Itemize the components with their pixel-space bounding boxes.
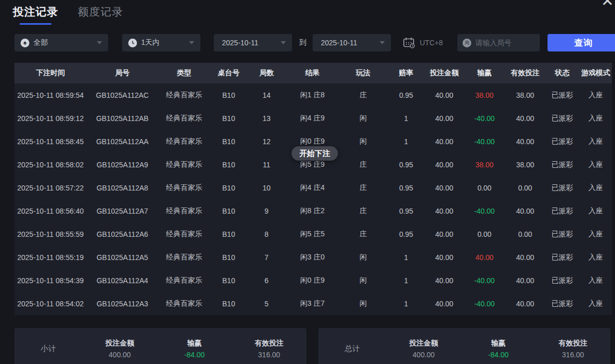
status: 已派彩 [545, 206, 579, 216]
table-row[interactable]: 2025-10-11 08:55:59GB1025A112A6经典百家乐B108… [14, 222, 612, 246]
column-header: 结果 [286, 68, 339, 78]
active-tab-underline [20, 23, 52, 25]
play-type: 闲 [339, 253, 387, 262]
game-type: 经典百家乐 [158, 276, 210, 285]
table-row[interactable]: 2025-10-11 08:55:19GB1025A112A5经典百家乐B107… [14, 246, 612, 269]
table-row[interactable]: 2025-10-11 08:56:40GB1025A112A7经典百家乐B109… [14, 199, 612, 222]
table-header: 下注时间局号类型桌台号局数结果玩法赔率投注金额输赢有效投注状态游戏模式 [14, 63, 612, 83]
bet-amount: 40.00 [425, 230, 464, 238]
status: 已派彩 [545, 230, 579, 239]
timezone-value: UTC+8 [420, 39, 443, 47]
table-row[interactable]: 2025-10-11 08:59:54GB1025A112AC经典百家乐B101… [14, 83, 612, 107]
bet-records-table: 下注时间局号类型桌台号局数结果玩法赔率投注金额输赢有效投注状态游戏模式 2025… [14, 63, 612, 315]
odds: 0.95 [387, 207, 425, 215]
valid-bet: 40.00 [505, 276, 545, 285]
round-id: GB1025A112A4 [87, 276, 158, 285]
game-type: 经典百家乐 [158, 160, 210, 169]
column-header: 投注金额 [425, 68, 464, 78]
valid-bet: 38.00 [505, 161, 545, 169]
status: 已派彩 [545, 91, 579, 100]
round-id: GB1025A112A6 [87, 230, 158, 238]
result: 闲5 庄9 [286, 160, 339, 169]
table-row[interactable]: 2025-10-11 08:59:12GB1025A112AB经典百家乐B101… [14, 107, 612, 130]
game-mode: 入座 [579, 230, 612, 239]
table-id: B10 [210, 300, 247, 308]
valid-bet: 0.00 [505, 184, 545, 192]
table-row[interactable]: 2025-10-11 08:57:22GB1025A112A8经典百家乐B101… [14, 176, 612, 199]
play-type: 庄 [339, 206, 387, 216]
search-box[interactable]: 局 [457, 34, 540, 51]
status: 已派彩 [545, 160, 579, 169]
query-button[interactable]: 查询 [548, 34, 615, 51]
round-count: 12 [247, 137, 286, 146]
game-type-select[interactable]: ♠ 全部 [14, 34, 108, 51]
round-id: GB1025A112A3 [87, 300, 158, 308]
column-header: 下注时间 [14, 68, 87, 78]
win-loss: -40.00 [464, 137, 505, 146]
bet-time: 2025-10-11 08:54:02 [14, 300, 87, 308]
round-id: GB1025A112A8 [87, 184, 158, 192]
bet-amount: 40.00 [425, 207, 464, 215]
odds: 1 [387, 253, 425, 262]
play-type: 闲 [339, 114, 387, 123]
game-mode: 入座 [579, 276, 612, 285]
odds: 0.95 [387, 91, 425, 99]
table-row[interactable]: 2025-10-11 08:54:39GB1025A112A4经典百家乐B106… [14, 269, 612, 292]
table-id: B10 [210, 161, 247, 169]
odds: 0.95 [387, 161, 425, 169]
column-header: 类型 [158, 68, 210, 78]
win-loss: -40.00 [464, 114, 505, 123]
total-bet-amount: 投注金额 400.00 [386, 339, 461, 359]
date-from-select[interactable]: 2025-10-11 [214, 34, 292, 51]
status: 已派彩 [545, 114, 579, 123]
date-to-select[interactable]: 2025-10-11 [313, 34, 391, 51]
game-type: 经典百家乐 [158, 183, 210, 193]
search-input[interactable] [475, 39, 535, 47]
date-to-value: 2025-10-11 [319, 39, 375, 47]
table-id: B10 [210, 276, 247, 285]
column-header: 桌台号 [210, 68, 247, 78]
table-id: B10 [210, 91, 247, 99]
game-mode: 入座 [579, 206, 612, 216]
play-type: 庄 [339, 91, 387, 100]
game-type: 经典百家乐 [158, 299, 210, 308]
play-type: 闲 [339, 137, 387, 146]
tab-bet-records[interactable]: 投注记录 [13, 5, 58, 25]
start-betting-toast: 开始下注 [292, 146, 338, 161]
bet-amount: 40.00 [425, 276, 464, 285]
valid-bet: 40.00 [505, 137, 545, 146]
total-panel: 总计 投注金额 400.00 输赢 -84.00 有效投注 316.00 [318, 328, 610, 364]
bet-time: 2025-10-11 08:57:22 [14, 184, 87, 192]
odds: 0.95 [387, 184, 425, 192]
bet-time: 2025-10-11 08:59:54 [14, 91, 87, 99]
time-range-select[interactable]: 1天内 [122, 34, 200, 51]
odds: 1 [387, 300, 425, 308]
close-icon[interactable]: ✕ [601, 0, 614, 9]
status: 已派彩 [545, 299, 579, 308]
game-type: 经典百家乐 [158, 114, 210, 123]
column-header: 局数 [247, 68, 286, 78]
tab-quota-records[interactable]: 额度记录 [78, 5, 123, 25]
table-row[interactable]: 2025-10-11 08:54:02GB1025A112A3经典百家乐B105… [14, 292, 612, 315]
round-number-icon: 局 [463, 39, 471, 47]
round-count: 13 [247, 114, 286, 123]
valid-bet: 38.00 [505, 91, 545, 99]
subtotal-label: 小计 [14, 344, 82, 354]
table-id: B10 [210, 230, 247, 238]
bet-time: 2025-10-11 08:56:40 [14, 207, 87, 215]
game-type: 经典百家乐 [158, 91, 210, 100]
win-loss: -40.00 [464, 276, 505, 285]
column-header: 游戏模式 [579, 68, 612, 78]
bet-amount: 40.00 [425, 253, 464, 262]
subtotal-valid-bet: 有效投注 316.00 [232, 339, 306, 359]
odds: 1 [387, 137, 425, 146]
subtotal-win-loss: 输赢 -84.00 [157, 339, 232, 359]
round-id: GB1025A112A5 [87, 253, 158, 262]
tab-label: 额度记录 [78, 5, 123, 19]
table-id: B10 [210, 207, 247, 215]
play-type: 闲 [339, 299, 387, 308]
win-loss: 38.00 [464, 161, 505, 169]
round-count: 5 [247, 300, 286, 308]
win-loss: 0.00 [464, 184, 505, 192]
result: 闲3 庄0 [286, 253, 339, 262]
